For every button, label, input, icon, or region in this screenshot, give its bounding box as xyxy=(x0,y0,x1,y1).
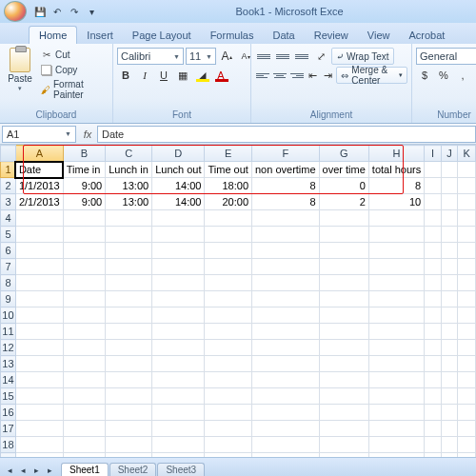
cell-G3[interactable]: 2 xyxy=(319,194,368,210)
cell-J11[interactable] xyxy=(441,324,458,340)
cell-D1[interactable]: Lunch out xyxy=(152,162,205,178)
cell-E6[interactable] xyxy=(205,243,252,259)
cell-K8[interactable] xyxy=(458,275,476,291)
cell-H10[interactable] xyxy=(368,307,424,324)
column-header-B[interactable]: B xyxy=(63,146,105,162)
cell-B9[interactable] xyxy=(63,291,105,307)
cell-E19[interactable] xyxy=(205,453,252,458)
cell-H8[interactable] xyxy=(368,275,424,291)
cell-D8[interactable] xyxy=(152,275,205,291)
cell-F16[interactable] xyxy=(252,405,320,421)
cell-I10[interactable] xyxy=(425,307,442,324)
cell-F7[interactable] xyxy=(252,259,320,275)
tab-formulas[interactable]: Formulas xyxy=(201,27,264,44)
row-header-1[interactable]: 1 xyxy=(1,162,16,178)
cell-I6[interactable] xyxy=(425,243,442,259)
column-header-J[interactable]: J xyxy=(441,146,458,162)
cell-B12[interactable] xyxy=(63,340,105,356)
cell-E9[interactable] xyxy=(205,291,252,307)
cell-B11[interactable] xyxy=(63,324,105,340)
cell-K9[interactable] xyxy=(458,291,476,307)
cell-D16[interactable] xyxy=(152,405,205,421)
cell-D10[interactable] xyxy=(152,307,205,324)
row-header-19[interactable]: 19 xyxy=(1,453,16,458)
cell-C10[interactable] xyxy=(106,307,152,324)
cell-J5[interactable] xyxy=(441,227,458,243)
bold-button[interactable]: B xyxy=(117,67,134,84)
cell-F3[interactable]: 8 xyxy=(252,194,320,210)
cell-J2[interactable] xyxy=(441,178,458,194)
align-middle-button[interactable] xyxy=(274,48,291,65)
cell-I5[interactable] xyxy=(425,227,442,243)
cell-A18[interactable] xyxy=(15,437,63,453)
cell-G13[interactable] xyxy=(319,356,368,372)
cell-I1[interactable] xyxy=(425,162,442,178)
cell-F1[interactable]: non overtime xyxy=(252,162,320,178)
cell-J16[interactable] xyxy=(441,405,458,421)
cell-I9[interactable] xyxy=(425,291,442,307)
cell-E2[interactable]: 18:00 xyxy=(205,178,252,194)
cell-G14[interactable] xyxy=(319,372,368,388)
row-header-11[interactable]: 11 xyxy=(1,324,16,340)
cell-C3[interactable]: 13:00 xyxy=(106,194,152,210)
row-header-6[interactable]: 6 xyxy=(1,243,16,259)
cell-A9[interactable] xyxy=(15,291,63,307)
cell-I12[interactable] xyxy=(425,340,442,356)
number-format-combo[interactable]: General▼ xyxy=(416,48,476,65)
row-header-10[interactable]: 10 xyxy=(1,307,16,324)
cell-H16[interactable] xyxy=(368,405,424,421)
undo-icon[interactable]: ↶ xyxy=(50,4,65,19)
cell-K1[interactable] xyxy=(458,162,476,178)
cell-E16[interactable] xyxy=(205,405,252,421)
tab-home[interactable]: Home xyxy=(29,26,77,44)
sheet-tab-2[interactable]: Sheet2 xyxy=(109,463,157,476)
cell-C1[interactable]: Lunch in xyxy=(106,162,152,178)
wrap-text-button[interactable]: ⤶Wrap Text xyxy=(331,48,394,65)
cell-B7[interactable] xyxy=(63,259,105,275)
cell-C9[interactable] xyxy=(106,291,152,307)
cell-D9[interactable] xyxy=(152,291,205,307)
cell-F5[interactable] xyxy=(252,227,320,243)
cell-B16[interactable] xyxy=(63,405,105,421)
cell-E15[interactable] xyxy=(205,388,252,405)
cell-B14[interactable] xyxy=(63,372,105,388)
cell-A4[interactable] xyxy=(15,210,63,227)
cell-A13[interactable] xyxy=(15,356,63,372)
cell-B2[interactable]: 9:00 xyxy=(63,178,105,194)
cell-K19[interactable] xyxy=(458,453,476,458)
cell-E13[interactable] xyxy=(205,356,252,372)
cell-K5[interactable] xyxy=(458,227,476,243)
cell-I15[interactable] xyxy=(425,388,442,405)
cell-F12[interactable] xyxy=(252,340,320,356)
sheet-tab-3[interactable]: Sheet3 xyxy=(157,463,205,476)
cell-B3[interactable]: 9:00 xyxy=(63,194,105,210)
align-top-button[interactable] xyxy=(255,48,272,65)
cell-F10[interactable] xyxy=(252,307,320,324)
align-center-button[interactable] xyxy=(272,67,288,84)
cell-C16[interactable] xyxy=(106,405,152,421)
row-header-2[interactable]: 2 xyxy=(1,178,16,194)
cell-J7[interactable] xyxy=(441,259,458,275)
cut-button[interactable]: ✂Cut xyxy=(38,48,109,62)
font-color-button[interactable]: A xyxy=(212,67,229,84)
row-header-3[interactable]: 3 xyxy=(1,194,16,210)
cell-C15[interactable] xyxy=(106,388,152,405)
cell-J10[interactable] xyxy=(441,307,458,324)
row-header-9[interactable]: 9 xyxy=(1,291,16,307)
tab-insert[interactable]: Insert xyxy=(77,27,123,44)
cell-J15[interactable] xyxy=(441,388,458,405)
cell-I7[interactable] xyxy=(425,259,442,275)
row-header-14[interactable]: 14 xyxy=(1,372,16,388)
cell-J9[interactable] xyxy=(441,291,458,307)
cell-F4[interactable] xyxy=(252,210,320,227)
cell-K16[interactable] xyxy=(458,405,476,421)
cell-E5[interactable] xyxy=(205,227,252,243)
cell-C11[interactable] xyxy=(106,324,152,340)
cell-A7[interactable] xyxy=(15,259,63,275)
cell-F8[interactable] xyxy=(252,275,320,291)
cell-H11[interactable] xyxy=(368,324,424,340)
cell-D18[interactable] xyxy=(152,437,205,453)
column-header-I[interactable]: I xyxy=(425,146,442,162)
cell-F13[interactable] xyxy=(252,356,320,372)
underline-button[interactable]: U xyxy=(155,67,172,84)
